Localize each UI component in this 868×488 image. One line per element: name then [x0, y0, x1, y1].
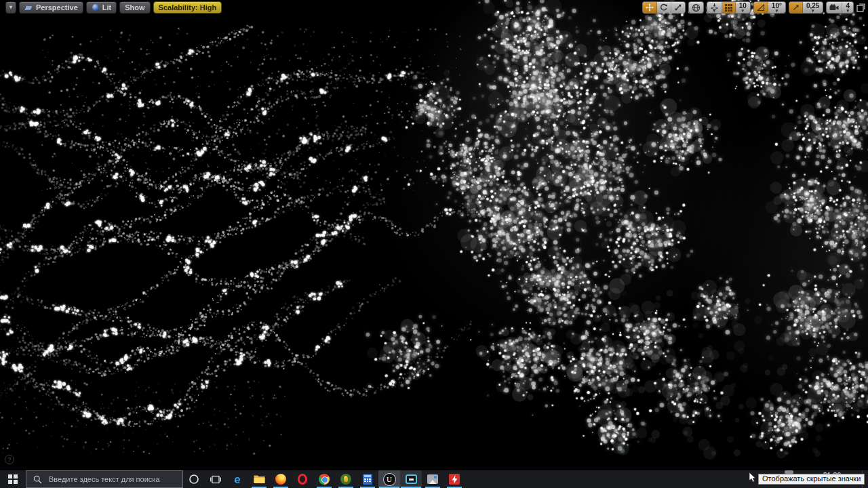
scale-snap-toggle[interactable] [789, 2, 803, 13]
taskbar-search[interactable] [26, 470, 183, 488]
grid-snap-value-button[interactable]: 10 ▾ [736, 2, 750, 13]
opera-icon [298, 474, 307, 485]
search-icon [33, 475, 42, 484]
taskbar-app-lightning[interactable] [443, 470, 465, 488]
taskbar-app-firefox[interactable] [270, 470, 292, 488]
surface-snap-button[interactable]: ▾ [707, 2, 722, 13]
start-button[interactable] [0, 470, 26, 488]
cortana-button[interactable] [183, 470, 205, 488]
screen: ▾ Perspective Lit Show Scalability: High [0, 0, 868, 488]
taskbar-app-screen[interactable] [400, 470, 422, 488]
taskbar-app-edge[interactable]: e [226, 470, 248, 488]
viewport-toolbar-left: ▾ Perspective Lit Show Scalability: High [5, 1, 222, 14]
chevron-down-icon: ▾ [776, 9, 778, 12]
unreal-engine-icon: U [383, 473, 396, 486]
scale-snap-value-button[interactable]: 0,25 ▾ [803, 2, 823, 13]
maximize-icon [856, 3, 865, 12]
show-label: Show [125, 3, 144, 12]
taskbar-app-green[interactable] [335, 470, 357, 488]
taskbar-app-chrome[interactable] [313, 470, 335, 488]
viewport-help-icon[interactable]: ? [5, 455, 14, 464]
grid-snap-group: ▾ 10 ▾ [707, 1, 751, 14]
grid-snap-toggle[interactable] [722, 2, 736, 13]
move-tool-button[interactable] [643, 2, 657, 13]
search-input[interactable] [47, 474, 173, 484]
lit-mode-button[interactable]: Lit [86, 1, 117, 14]
rotation-snap-value-button[interactable]: 10° ▾ [768, 2, 785, 13]
scalability-label: Scalability: High [159, 3, 217, 12]
scale-snap-group: 0,25 ▾ [789, 1, 823, 14]
tooltip-text: Отображать скрытые значки [762, 474, 861, 483]
lit-label: Lit [102, 3, 111, 12]
calculator-icon [363, 474, 372, 485]
transform-tools-group [642, 1, 686, 14]
unreal-letter: U [387, 476, 392, 483]
camera-speed-button[interactable] [827, 2, 842, 13]
world-coordinates-button[interactable] [689, 2, 703, 13]
chevron-down-icon: ▾ [812, 9, 814, 12]
screen-app-icon [406, 474, 417, 484]
photos-icon [427, 474, 438, 484]
task-view-icon [210, 475, 221, 484]
taskbar-app-photos[interactable] [422, 470, 443, 488]
grid-icon [725, 4, 732, 12]
maximize-viewport-button[interactable] [856, 3, 865, 12]
coordinate-system-group [688, 1, 704, 14]
windows-logo-icon [8, 474, 18, 484]
rotate-tool-button[interactable] [657, 2, 671, 13]
cortana-icon [189, 474, 199, 485]
camera-speed-value-button[interactable]: 4 ▾ [842, 2, 853, 13]
perspective-button[interactable]: Perspective [19, 1, 83, 14]
camera-icon [829, 4, 839, 11]
chrome-icon [319, 474, 330, 485]
firefox-icon [275, 474, 286, 485]
chevron-down-icon: ▾ [742, 9, 745, 12]
rotation-snap-toggle[interactable] [754, 2, 768, 13]
taskbar-app-calculator[interactable] [357, 470, 378, 488]
taskbar-app-opera[interactable] [292, 470, 313, 488]
taskbar-app-explorer[interactable] [248, 470, 270, 488]
camera-speed-group: 4 ▾ [826, 1, 854, 14]
rotation-snap-group: 10° ▾ [753, 1, 786, 14]
move-icon [646, 3, 654, 12]
viewport-canvas[interactable] [0, 0, 868, 470]
taskbar-app-unreal[interactable]: U [378, 470, 400, 488]
scalability-button[interactable]: Scalability: High [153, 1, 222, 14]
globe-icon [692, 3, 701, 12]
chevron-down-icon: ▾ [713, 9, 715, 12]
chevron-down-icon: ▾ [9, 5, 12, 10]
lightning-app-icon [449, 474, 460, 485]
taskbar: e [0, 470, 868, 488]
show-button[interactable]: Show [119, 1, 150, 14]
tray-tooltip: Отображать скрытые значки [758, 474, 865, 485]
green-app-icon [340, 474, 351, 485]
perspective-label: Perspective [36, 3, 78, 12]
chevron-down-icon: ▾ [846, 9, 849, 12]
task-view-button[interactable] [205, 470, 226, 488]
angle-snap-icon [757, 4, 765, 12]
scale-tool-button[interactable] [671, 2, 685, 13]
file-explorer-icon [254, 474, 265, 484]
viewport-toolbar-right: ▾ 10 ▾ [642, 1, 865, 14]
rotate-icon [660, 3, 668, 12]
edge-icon: e [234, 474, 240, 485]
mouse-cursor [749, 472, 757, 486]
scale-snap-icon [792, 4, 800, 12]
scale-icon [674, 3, 682, 12]
lit-icon [92, 3, 100, 12]
help-glyph: ? [7, 456, 12, 463]
viewport-options-dropdown[interactable]: ▾ [5, 1, 16, 14]
perspective-icon [24, 4, 33, 12]
